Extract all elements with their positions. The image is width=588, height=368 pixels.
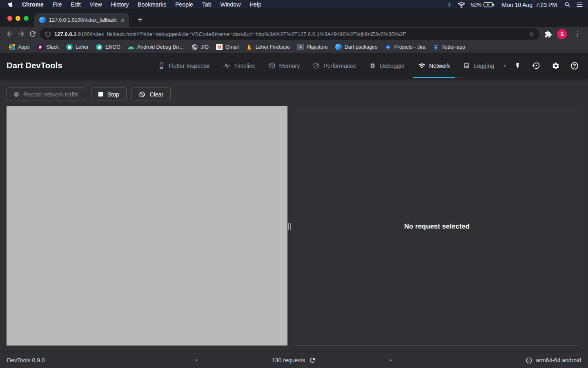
- profile-avatar[interactable]: S: [557, 29, 567, 39]
- hot-restart-icon[interactable]: [532, 61, 541, 70]
- dart-packages-icon: [335, 44, 342, 50]
- bookmark-label: Android Debug Bri…: [137, 44, 184, 50]
- menu-people[interactable]: People: [171, 0, 198, 9]
- tab-performance[interactable]: Performance: [306, 53, 363, 78]
- engg-icon: [96, 44, 102, 50]
- bookmark-flutter-app[interactable]: flutter-app: [429, 43, 469, 52]
- bookmark-leher-firebase[interactable]: Leher Firebase: [243, 43, 294, 52]
- bookmark-label: Leher Firebase: [256, 44, 290, 50]
- tab-logging[interactable]: Logging: [457, 53, 501, 78]
- battery-percent-label: 52%: [471, 2, 481, 8]
- url-text: 127.0.0.1:9100/index_fallback.html#?hide…: [54, 31, 526, 37]
- chrome-toolbar: 127.0.0.1:9100/index_fallback.html#?hide…: [0, 27, 588, 41]
- menu-window[interactable]: Window: [216, 0, 245, 9]
- tab-label: Logging: [474, 63, 494, 69]
- package-icon: [269, 62, 276, 69]
- menu-chrome[interactable]: Chrome: [18, 0, 48, 9]
- tab-timeline[interactable]: Timeline: [216, 53, 262, 78]
- bookmark-apps[interactable]: Apps: [5, 43, 33, 52]
- battery-status[interactable]: 52%: [471, 2, 494, 8]
- menu-history[interactable]: History: [107, 0, 134, 9]
- empty-state-message: No request selected: [404, 222, 470, 230]
- back-button[interactable]: [4, 28, 16, 40]
- separator-dot: [504, 65, 506, 67]
- apple-menu[interactable]: [5, 2, 18, 8]
- devtools-actions: ?: [510, 61, 581, 70]
- bookmark-label: Leher: [76, 44, 89, 50]
- settings-gear-icon[interactable]: [552, 62, 560, 70]
- requests-count-label: 130 requests: [272, 357, 305, 364]
- menu-view[interactable]: View: [85, 0, 107, 9]
- page-info-icon[interactable]: [45, 31, 51, 37]
- bookmark-playstore[interactable]: Playstore: [294, 43, 332, 52]
- macos-menu-bar: Chrome File Edit View History Bookmarks …: [0, 0, 588, 10]
- bookmark-star-icon[interactable]: ☆: [529, 30, 535, 38]
- close-window-button[interactable]: [7, 16, 12, 21]
- bluetooth-icon[interactable]: [447, 2, 452, 8]
- bookmark-label: Dart packages: [345, 44, 378, 50]
- bookmark-android-debug[interactable]: Android Debug Bri…: [124, 43, 188, 52]
- separator-dot: [390, 359, 392, 361]
- notification-center-icon[interactable]: [576, 2, 583, 7]
- slack-icon: #: [37, 44, 44, 50]
- tab-memory[interactable]: Memory: [262, 53, 307, 78]
- request-detail-panel: No request selected: [293, 107, 581, 346]
- browser-tab-active[interactable]: 127.0.0.1:9100/index_fallback.h ×: [34, 13, 129, 27]
- bookmark-label: Gmail: [225, 44, 239, 50]
- tab-close-icon[interactable]: ×: [120, 17, 126, 24]
- tab-debugger[interactable]: Debugger: [363, 53, 412, 78]
- bookmark-engg[interactable]: ENGG: [92, 43, 124, 52]
- window-controls: [7, 16, 29, 21]
- wifi-network-icon: [418, 62, 425, 70]
- record-network-traffic-button[interactable]: Record network traffic: [7, 88, 86, 101]
- new-tab-button[interactable]: +: [135, 14, 145, 25]
- reload-button[interactable]: [27, 28, 38, 40]
- stop-button[interactable]: Stop: [91, 88, 127, 101]
- clipboard-icon: [463, 62, 470, 69]
- menu-bar-clock[interactable]: Mon 10 Aug 7:23 PM: [500, 2, 559, 8]
- extensions-icon[interactable]: [544, 30, 552, 38]
- bookmark-gmail[interactable]: M Gmail: [212, 43, 243, 52]
- bookmark-jio[interactable]: JIO: [188, 43, 212, 52]
- android-icon: [128, 44, 134, 50]
- menu-edit[interactable]: Edit: [66, 0, 85, 9]
- stop-icon: [98, 92, 103, 96]
- dart-favicon-icon: [39, 17, 46, 23]
- tab-label: Timeline: [234, 63, 255, 69]
- tab-flutter-inspector[interactable]: Flutter Inspector: [151, 53, 216, 78]
- record-label: Record network traffic: [23, 91, 79, 98]
- network-requests-table-panel[interactable]: [7, 106, 287, 346]
- stop-label: Stop: [107, 91, 119, 98]
- chrome-menu-icon[interactable]: ⋮: [572, 30, 582, 38]
- record-icon: [14, 92, 19, 97]
- panel-splitter-handle[interactable]: [288, 223, 291, 230]
- separator-dot: [196, 359, 197, 361]
- menu-file[interactable]: File: [48, 0, 67, 9]
- page-title: Dart DevTools: [7, 61, 62, 70]
- url-path: :9100/index_fallback.html#?hide=debugger…: [76, 31, 406, 37]
- clear-button[interactable]: Clear: [131, 88, 171, 101]
- phone-icon: [158, 62, 165, 69]
- menu-bookmarks[interactable]: Bookmarks: [133, 0, 171, 9]
- wifi-icon[interactable]: [458, 2, 465, 8]
- spotlight-search-icon[interactable]: [564, 2, 570, 8]
- help-icon[interactable]: ?: [571, 62, 578, 70]
- firebase-icon: [246, 44, 253, 50]
- bookmark-label: Projects - Jira: [394, 44, 425, 50]
- zoom-window-button[interactable]: [24, 16, 29, 21]
- forward-button[interactable]: [16, 28, 27, 40]
- bookmark-slack[interactable]: # Slack: [33, 43, 63, 52]
- menu-tab[interactable]: Tab: [198, 0, 216, 9]
- bookmark-leher[interactable]: Leher: [62, 43, 92, 52]
- bookmark-jira[interactable]: Projects - Jira: [381, 43, 429, 52]
- bookmark-label: Slack: [47, 44, 59, 50]
- menu-help[interactable]: Help: [245, 0, 266, 9]
- tab-label: Flutter Inspector: [169, 63, 210, 69]
- minimize-window-button[interactable]: [16, 16, 20, 21]
- bookmark-dart-packages[interactable]: Dart packages: [332, 43, 381, 52]
- leher-icon: [66, 44, 73, 50]
- address-bar[interactable]: 127.0.0.1:9100/index_fallback.html#?hide…: [40, 28, 539, 40]
- tab-network[interactable]: Network: [412, 53, 457, 78]
- hot-reload-icon[interactable]: [514, 61, 521, 70]
- battery-charging-icon: [483, 2, 494, 7]
